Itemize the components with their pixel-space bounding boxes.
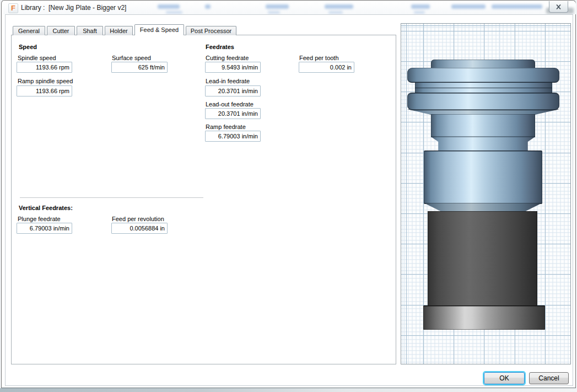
vertical-feedrates-section-heading: Vertical Feedrates: xyxy=(19,205,73,211)
title-bar[interactable]: F Library : [New Jig Plate - Bigger v2] xyxy=(3,1,576,14)
screen: F Library : [New Jig Plate - Bigger v2] … xyxy=(0,0,577,392)
feed-per-tooth-input[interactable] xyxy=(299,62,354,73)
speed-section-heading: Speed xyxy=(19,44,37,50)
background-blur-blob xyxy=(166,11,182,14)
tool-holder-step xyxy=(431,137,535,151)
feedrates-section-heading: Feedrates xyxy=(206,44,234,50)
lead-in-feedrate-label: Lead-in feedrate xyxy=(206,78,250,84)
close-icon xyxy=(556,4,562,9)
close-button[interactable] xyxy=(549,1,568,13)
background-blur-blob xyxy=(266,4,289,9)
cutting-feedrate-input[interactable] xyxy=(205,62,261,73)
ok-button[interactable]: OK xyxy=(484,372,525,384)
background-blur-blob xyxy=(414,11,425,14)
background-blur-blob xyxy=(325,4,353,9)
tab-general[interactable]: General xyxy=(13,26,45,35)
tool-holder-lower-flange xyxy=(407,93,559,110)
background-blur-blob xyxy=(451,4,486,9)
background-blur-blob xyxy=(205,4,211,9)
ramp-spindle-speed-label: Ramp spindle speed xyxy=(18,78,73,84)
ramp-feedrate-input[interactable] xyxy=(205,131,261,142)
tab-feed-and-speed[interactable]: Feed & Speed xyxy=(134,24,184,35)
background-blur-blob xyxy=(328,11,343,14)
tool-holder-upper-flange xyxy=(407,68,559,83)
background-blur-blob xyxy=(411,4,430,9)
feed-per-tooth-label: Feed per tooth xyxy=(299,55,339,61)
tool-shaft xyxy=(428,211,537,306)
feed-per-revolution-input[interactable] xyxy=(111,223,168,234)
ramp-spindle-speed-input[interactable] xyxy=(17,85,72,96)
background-blur-blob xyxy=(268,11,280,14)
tab-post-processor[interactable]: Post Processor xyxy=(186,26,236,35)
tool-holder-collet-nut xyxy=(424,151,542,204)
window-title: Library : [New Jig Plate - Bigger v2] xyxy=(21,4,126,12)
app-logo-icon: F xyxy=(8,3,18,13)
lead-in-feedrate-input[interactable] xyxy=(205,85,261,96)
section-divider xyxy=(20,197,203,198)
spindle-speed-input[interactable] xyxy=(17,62,72,73)
lead-out-feedrate-label: Lead-out feedrate xyxy=(206,101,254,108)
feed-per-revolution-label: Feed per revolution xyxy=(112,216,164,222)
background-blur-blob xyxy=(158,4,180,9)
tool-cutter-body xyxy=(423,305,545,330)
tab-holder[interactable]: Holder xyxy=(105,26,133,35)
cancel-button[interactable]: Cancel xyxy=(529,372,569,384)
spindle-speed-label: Spindle speed xyxy=(18,55,56,61)
tool-3d-preview[interactable] xyxy=(401,23,571,364)
cutting-feedrate-label: Cutting feedrate xyxy=(206,55,249,61)
lead-out-feedrate-input[interactable] xyxy=(205,108,261,119)
surface-speed-label: Surface speed xyxy=(112,55,151,61)
ramp-feedrate-label: Ramp feedrate xyxy=(206,123,246,130)
tool-holder-neck-cylinder xyxy=(431,114,535,137)
tool-holder-collet-taper xyxy=(424,203,542,212)
tab-cutter[interactable]: Cutter xyxy=(47,26,75,35)
background-app-strip xyxy=(0,388,577,392)
surface-speed-input[interactable] xyxy=(111,62,168,73)
background-blur-blob xyxy=(492,4,542,9)
plunge-feedrate-input[interactable] xyxy=(17,223,72,234)
tab-shaft[interactable]: Shaft xyxy=(77,26,103,35)
plunge-feedrate-label: Plunge feedrate xyxy=(18,216,61,222)
